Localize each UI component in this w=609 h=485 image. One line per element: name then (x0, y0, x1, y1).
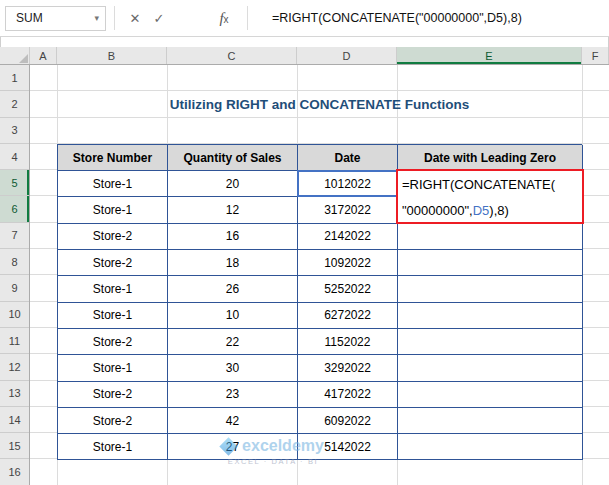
cell-store-number[interactable]: Store-2 (58, 382, 168, 408)
cell-date[interactable]: 6092022 (298, 408, 398, 434)
formula-annotation-box: =RIGHT(CONCATENATE( "00000000",D5),8) (396, 169, 584, 224)
formula-input[interactable]: =RIGHT(CONCATENATE("00000000",D5),8) (272, 11, 522, 25)
worksheet: A B C D E F 1 2 3 4 5 6 7 8 9 10 11 12 1… (0, 47, 609, 485)
cell-store-number[interactable]: Store-1 (58, 303, 168, 329)
cell-quantity[interactable]: 30 (168, 355, 298, 381)
cell-date[interactable]: 5252022 (298, 276, 398, 302)
exceldemy-logo-icon (219, 437, 237, 455)
header-date-with-leading-zero[interactable]: Date with Leading Zero (398, 145, 583, 171)
row-header-6-selected[interactable]: 6 (0, 196, 29, 222)
row-header-4[interactable]: 4 (0, 144, 29, 170)
cell-date-leading-zero[interactable] (398, 408, 583, 434)
cell-quantity[interactable]: 42 (168, 408, 298, 434)
cell-quantity[interactable]: 12 (168, 197, 298, 223)
watermark-brand: exceldemy (242, 437, 324, 455)
cell-store-number[interactable]: Store-2 (58, 408, 168, 434)
column-headers: A B C D E F (0, 47, 609, 65)
cell-quantity[interactable]: 23 (168, 382, 298, 408)
active-cell-editor-line2[interactable]: "00000000",D5),8) (402, 198, 582, 223)
header-date[interactable]: Date (298, 145, 398, 171)
cancel-icon[interactable]: ✕ (123, 11, 147, 26)
cell-store-number[interactable]: Store-1 (58, 171, 168, 197)
row-header-3[interactable]: 3 (0, 118, 29, 144)
grid-area: Utilizing RIGHT and CONCATENATE Function… (30, 65, 609, 485)
cell-quantity[interactable]: 18 (168, 250, 298, 276)
header-store-number[interactable]: Store Number (58, 145, 168, 171)
cell-store-number[interactable]: Store-2 (58, 224, 168, 250)
cell-quantity[interactable]: 10 (168, 303, 298, 329)
cell-date-leading-zero[interactable] (398, 382, 583, 408)
row-header-10[interactable]: 10 (0, 302, 29, 328)
cell-date[interactable]: 1152022 (298, 329, 398, 355)
row-header-7[interactable]: 7 (0, 223, 29, 249)
cell-date-leading-zero[interactable] (398, 250, 583, 276)
chevron-down-icon[interactable]: ▾ (94, 13, 105, 23)
active-cell-editor-line1[interactable]: =RIGHT(CONCATENATE( (402, 172, 582, 197)
excel-window: SUM ▾ ✕ ✓ fx =RIGHT(CONCATENATE("0000000… (0, 0, 609, 485)
cell-date[interactable]: 1092022 (298, 250, 398, 276)
cell-date-leading-zero[interactable] (398, 224, 583, 250)
cell-store-number[interactable]: Store-2 (58, 329, 168, 355)
d5-reference-highlight (297, 170, 398, 198)
cell-date[interactable]: 2142022 (298, 224, 398, 250)
watermark-tagline: EXCEL · DATA · BI (198, 457, 348, 466)
cell-date-leading-zero[interactable] (398, 355, 583, 381)
row-header-12[interactable]: 12 (0, 354, 29, 380)
row-header-15[interactable]: 15 (0, 433, 29, 459)
cell-date-leading-zero[interactable] (398, 303, 583, 329)
cell-store-number[interactable]: Store-1 (58, 197, 168, 223)
row-header-1[interactable]: 1 (0, 65, 29, 91)
formula-bar: SUM ▾ ✕ ✓ fx =RIGHT(CONCATENATE("0000000… (0, 0, 609, 37)
cell-store-number[interactable]: Store-1 (58, 434, 168, 460)
cell-quantity[interactable]: 16 (168, 224, 298, 250)
name-box-value: SUM (16, 11, 43, 25)
row-header-13[interactable]: 13 (0, 381, 29, 407)
name-box[interactable]: SUM ▾ (5, 6, 106, 31)
cell-store-number[interactable]: Store-2 (58, 250, 168, 276)
formula-text: "00000000", (402, 203, 473, 218)
cell-date[interactable]: 3292022 (298, 355, 398, 381)
cell-date-leading-zero[interactable] (398, 276, 583, 302)
cell-store-number[interactable]: Store-1 (58, 276, 168, 302)
header-quantity-of-sales[interactable]: Quantity of Sales (168, 145, 298, 171)
cell-quantity[interactable]: 22 (168, 329, 298, 355)
divider (247, 6, 248, 30)
worksheet-title[interactable]: Utilizing RIGHT and CONCATENATE Function… (57, 91, 582, 117)
cell-date-leading-zero[interactable] (398, 434, 583, 460)
divider (114, 6, 115, 30)
row-headers: 1 2 3 4 5 6 7 8 9 10 11 12 13 14 15 16 (0, 65, 30, 485)
fx-x: x (224, 14, 229, 25)
column-header-a[interactable]: A (30, 47, 57, 64)
column-header-c[interactable]: C (167, 47, 297, 64)
row-header-5-selected[interactable]: 5 (0, 170, 29, 196)
cell-date[interactable]: 3172022 (298, 197, 398, 223)
column-header-f[interactable]: F (582, 47, 609, 64)
column-header-d[interactable]: D (297, 47, 397, 64)
row-header-2[interactable]: 2 (0, 91, 29, 117)
row-header-9[interactable]: 9 (0, 275, 29, 301)
cell-quantity[interactable]: 26 (168, 276, 298, 302)
insert-function-icon[interactable]: fx (209, 10, 239, 27)
formula-text: ),8) (489, 203, 509, 218)
row-header-8[interactable]: 8 (0, 249, 29, 275)
select-all-corner[interactable] (0, 47, 30, 64)
row-header-11[interactable]: 11 (0, 328, 29, 354)
enter-icon[interactable]: ✓ (147, 11, 171, 26)
row-header-16[interactable]: 16 (0, 459, 29, 485)
column-header-b[interactable]: B (57, 47, 167, 64)
cell-store-number[interactable]: Store-1 (58, 355, 168, 381)
cell-date[interactable]: 4172022 (298, 382, 398, 408)
cell-date[interactable]: 6272022 (298, 303, 398, 329)
cell-quantity[interactable]: 20 (168, 171, 298, 197)
watermark: exceldemy EXCEL · DATA · BI (198, 437, 348, 466)
formula-cell-reference: D5 (473, 203, 490, 218)
column-header-e-selected[interactable]: E (397, 47, 582, 64)
cell-date-leading-zero[interactable] (398, 329, 583, 355)
row-header-14[interactable]: 14 (0, 407, 29, 433)
